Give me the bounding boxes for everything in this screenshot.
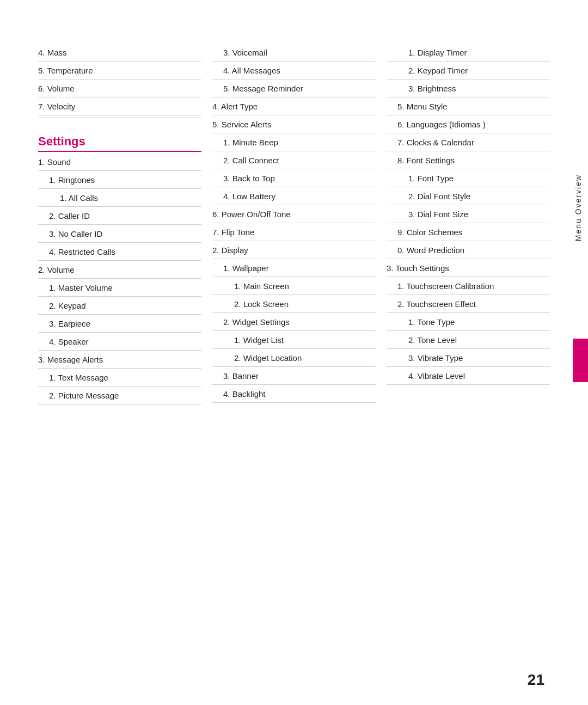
menu-item: 2. Widget Location	[212, 349, 376, 367]
menu-item: 2. Keypad	[38, 297, 201, 315]
sidebar-label: Menu Overview	[574, 174, 583, 241]
column-1: 4. Mass5. Temperature6. Volume7. Velocit…	[33, 44, 207, 404]
menu-item: 9. Color Schemes	[387, 223, 550, 241]
section-heading: Settings	[38, 134, 201, 152]
menu-item: 1. Ringtones	[38, 171, 201, 189]
menu-item: 4. Low Battery	[212, 187, 376, 205]
menu-item: 3. Banner	[212, 367, 376, 385]
menu-item: 3. No Caller ID	[38, 225, 201, 243]
menu-item: 1. Display Timer	[387, 44, 550, 62]
menu-item: 2. Caller ID	[38, 207, 201, 225]
menu-item: 5. Service Alerts	[212, 115, 376, 133]
menu-item: 4. All Messages	[212, 62, 376, 79]
menu-item: 3. Earpiece	[38, 315, 201, 333]
menu-item: 4. Mass	[38, 44, 201, 62]
menu-item: 3. Message Alerts	[38, 351, 201, 369]
menu-item: 2. Touchscreen Effect	[387, 295, 550, 313]
menu-item: 5. Temperature	[38, 62, 201, 79]
menu-item: 4. Vibrate Level	[387, 367, 550, 385]
menu-item: 5. Menu Style	[387, 97, 550, 115]
menu-item: 3. Voicemail	[212, 44, 376, 62]
menu-item: 7. Velocity	[38, 97, 201, 115]
page-number: 21	[528, 671, 544, 689]
menu-item: 4. Backlight	[212, 385, 376, 403]
menu-item: 6. Power On/Off Tone	[212, 205, 376, 223]
menu-item: 1. Widget List	[212, 331, 376, 349]
menu-item: 1. Wallpaper	[212, 259, 376, 277]
menu-item: 3. Dial Font Size	[387, 205, 550, 223]
menu-item: 1. Touchscreen Calibration	[387, 277, 550, 295]
menu-item: 4. Restricted Calls	[38, 243, 201, 261]
menu-item: 2. Display	[212, 241, 376, 259]
menu-item: 1. Main Screen	[212, 277, 376, 295]
menu-item: 6. Languages (Idiomas )	[387, 115, 550, 133]
sidebar-text-wrapper: Menu Overview	[574, 174, 583, 241]
page-container: 4. Mass5. Temperature6. Volume7. Velocit…	[0, 0, 588, 705]
column-3: 1. Display Timer2. Keypad Timer3. Bright…	[381, 44, 555, 385]
menu-item: 3. Brightness	[387, 79, 550, 97]
menu-item: 3. Touch Settings	[387, 259, 550, 277]
menu-item: 1. All Calls	[38, 189, 201, 207]
menu-item: 2. Volume	[38, 261, 201, 279]
menu-item: 2. Lock Screen	[212, 295, 376, 313]
menu-item: 4. Alert Type	[212, 97, 376, 115]
menu-item: 2. Keypad Timer	[387, 62, 550, 79]
menu-item: 4. Speaker	[38, 333, 201, 351]
menu-item: 2. Call Connect	[212, 151, 376, 169]
menu-item: 6. Volume	[38, 79, 201, 97]
menu-item: 5. Message Reminder	[212, 79, 376, 97]
menu-item: 1. Sound	[38, 153, 201, 171]
menu-item: 1. Tone Type	[387, 313, 550, 331]
sidebar-tab	[573, 339, 588, 382]
menu-item: 2. Widget Settings	[212, 313, 376, 331]
menu-item: 1. Text Message	[38, 369, 201, 387]
menu-item: 1. Minute Beep	[212, 133, 376, 151]
menu-item: 3. Back to Top	[212, 169, 376, 187]
menu-item: 1. Master Volume	[38, 279, 201, 297]
menu-item: 2. Picture Message	[38, 387, 201, 404]
menu-item: 7. Clocks & Calendar	[387, 133, 550, 151]
divider	[38, 118, 201, 118]
menu-item: 7. Flip Tone	[212, 223, 376, 241]
menu-item: 2. Dial Font Style	[387, 187, 550, 205]
columns-wrapper: 4. Mass5. Temperature6. Volume7. Velocit…	[33, 44, 555, 404]
menu-item: 8. Font Settings	[387, 151, 550, 169]
column-2: 3. Voicemail4. All Messages5. Message Re…	[207, 44, 381, 403]
menu-item: 3. Vibrate Type	[387, 349, 550, 367]
menu-item: 2. Tone Level	[387, 331, 550, 349]
menu-item: 0. Word Prediction	[387, 241, 550, 259]
menu-item: 1. Font Type	[387, 169, 550, 187]
